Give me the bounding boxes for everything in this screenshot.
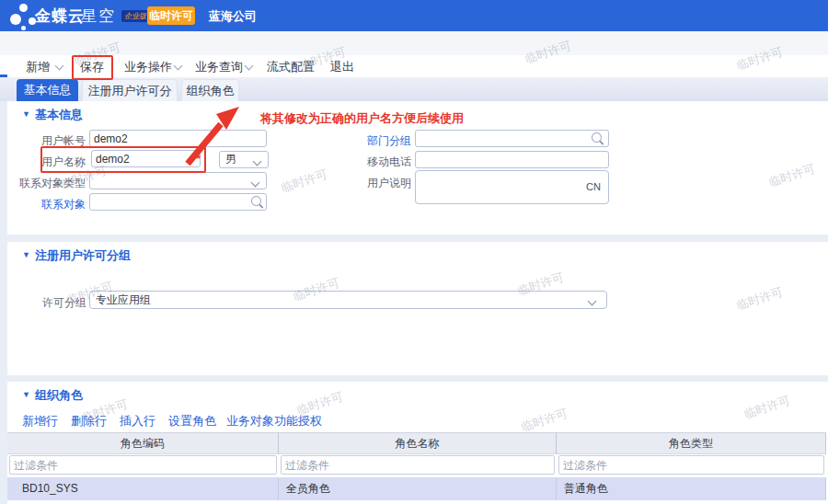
roles-section-title: 组织角色 (35, 387, 83, 404)
chevron-down-icon (251, 178, 260, 188)
chevron-down-icon (245, 62, 254, 71)
collapse-icon[interactable]: ▼ (22, 109, 30, 119)
gender-select[interactable]: 男 (219, 151, 269, 168)
cell-role-code[interactable]: BD10_SYS (7, 477, 279, 500)
dept-group-lookup-input[interactable] (415, 130, 609, 147)
brand-name: 金蝶云 (35, 6, 85, 27)
add-row-button[interactable]: 新增行 (22, 413, 58, 430)
tab-org-roles[interactable]: 组织角色 (181, 79, 239, 101)
flow-config-button[interactable]: 流式配置 (267, 59, 315, 75)
filter-input-role-type[interactable] (558, 455, 824, 475)
cell-role-type[interactable]: 普通角色 (557, 477, 826, 500)
top-bar: 金蝶云 星空 企业版 临时许可 蓝海公司 (0, 0, 828, 31)
contact-label[interactable]: 联系对象 (9, 197, 86, 212)
mobile-input[interactable] (415, 151, 609, 168)
form-toolbar: 新增 保存 业务操作 业务查询 流式配置 退出 (0, 55, 828, 78)
locale-suffix: CN (586, 181, 601, 192)
contact-type-select[interactable] (89, 172, 267, 189)
license-status-button[interactable]: 临时许可 (147, 6, 195, 25)
contact-type-label: 联系对象类型 (9, 176, 86, 191)
user-desc-label: 用户说明 (338, 176, 411, 191)
save-button[interactable]: 保存 (80, 59, 104, 75)
col-header-role-name[interactable]: 角色名称 (279, 432, 557, 454)
document-tab-bar: 查询用户 用户 - 修改 × (0, 31, 828, 55)
collapse-icon[interactable]: ▼ (22, 250, 30, 259)
license-group-select[interactable]: 专业应用组 (89, 291, 607, 309)
gender-value: 男 (225, 152, 236, 167)
chevron-down-icon (588, 297, 597, 306)
biz-auth-button[interactable]: 业务对象功能授权 (226, 413, 322, 430)
filter-input-role-name[interactable] (281, 455, 555, 475)
chevron-down-icon (253, 157, 262, 166)
company-name[interactable]: 蓝海公司 (209, 8, 257, 25)
search-icon[interactable] (592, 132, 602, 143)
tab-basic-info[interactable]: 基本信息 (17, 79, 78, 101)
chevron-down-icon (174, 62, 183, 71)
insert-row-button[interactable]: 插入行 (120, 413, 155, 430)
section-tab-strip: 基本信息 注册用户许可分组 组织角色 (0, 77, 828, 101)
chevron-down-icon (55, 62, 64, 71)
username-label: 用户名称 (9, 155, 86, 170)
account-input[interactable] (89, 130, 267, 147)
required-mark: * (196, 152, 201, 166)
exit-button[interactable]: 退出 (330, 59, 354, 75)
col-header-role-code[interactable]: 角色编码 (7, 432, 279, 454)
license-group-label: 许可分组 (13, 295, 86, 311)
username-input[interactable] (91, 150, 201, 167)
col-header-role-type[interactable]: 角色类型 (557, 432, 826, 454)
cell-role-name[interactable]: 全员角色 (279, 477, 557, 500)
license-section-title: 注册用户许可分组 (35, 247, 131, 264)
edition-badge: 企业版 (121, 10, 149, 22)
collapse-icon[interactable]: ▼ (22, 390, 30, 399)
biz-query-button[interactable]: 业务查询 (195, 59, 243, 75)
basic-section-title: 基本信息 (35, 107, 83, 123)
tab-license-group[interactable]: 注册用户许可分组 (82, 79, 178, 101)
annotation-note: 将其修改为正确的用户名方便后续使用 (260, 110, 464, 127)
set-role-button[interactable]: 设置角色 (168, 413, 216, 430)
delete-row-button[interactable]: 删除行 (71, 413, 107, 430)
account-label: 用户帐号 (9, 133, 86, 149)
brand-subname: 星空 (81, 6, 116, 27)
biz-operations-button[interactable]: 业务操作 (124, 59, 172, 75)
filter-input-role-code[interactable] (9, 455, 277, 475)
mobile-label: 移动电话 (338, 155, 411, 170)
dept-group-label[interactable]: 部门分组 (338, 133, 411, 149)
license-group-value: 专业应用组 (96, 292, 151, 308)
app-window: 金蝶云 星空 企业版 临时许可 蓝海公司 查询用户 用户 - 修改 × 新增 保… (0, 0, 828, 504)
search-icon[interactable] (251, 196, 261, 206)
new-button[interactable]: 新增 (26, 59, 50, 75)
user-desc-textarea[interactable] (415, 170, 609, 204)
contact-lookup-input[interactable] (89, 193, 267, 211)
